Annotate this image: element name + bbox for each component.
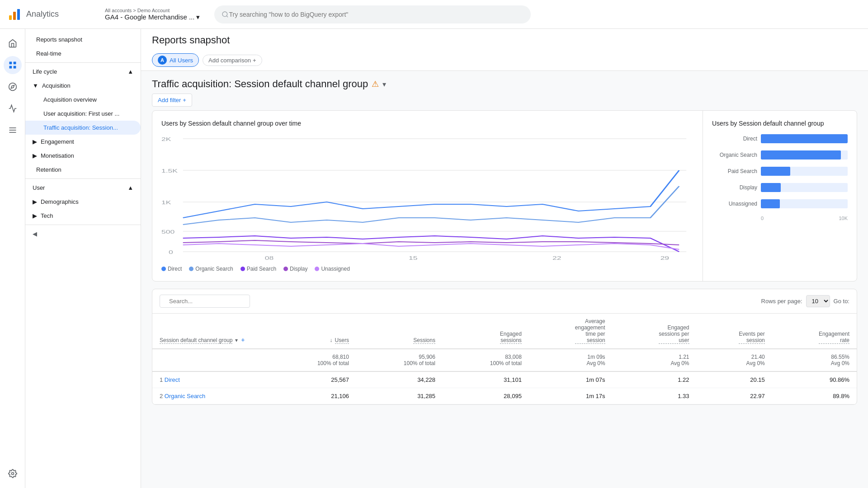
collapse-icon: ▲: [127, 68, 133, 75]
svg-rect-8: [9, 66, 12, 69]
bar-chart-container: Direct Organic Search Paid Search: [712, 134, 848, 221]
sidebar-engagement-group[interactable]: ▶ Engagement: [25, 135, 141, 149]
chip-avatar: A: [158, 56, 167, 65]
col-engaged-sessions: Engagedsessions: [443, 314, 529, 349]
main-layout: Reports snapshot Real-time Life cycle ▲ …: [0, 29, 868, 488]
svg-line-4: [227, 16, 228, 17]
nav-home[interactable]: [4, 34, 22, 52]
filter-bar: A All Users Add comparison +: [152, 50, 857, 70]
col-engagement-rate: Engagementrate: [772, 314, 857, 349]
sidebar-acquisition-group[interactable]: ▼ Acquisition: [25, 79, 141, 93]
sidebar-lifecycle-header[interactable]: Life cycle ▲: [25, 65, 141, 79]
monetisation-expand-icon: ▶: [33, 152, 37, 159]
svg-rect-0: [9, 15, 12, 20]
svg-text:08: 08: [265, 255, 274, 261]
table-row: 1 Direct 25,567 34,228 31,101 1m 07s 1.2…: [152, 371, 857, 388]
search-icon: [222, 11, 229, 18]
account-selector[interactable]: All accounts > Demo Account GA4 - Google…: [105, 8, 200, 21]
content-area: Reports snapshot A All Users Add compari…: [141, 29, 868, 488]
sidebar: Reports snapshot Real-time Life cycle ▲ …: [25, 29, 141, 488]
sidebar-collapse-btn[interactable]: ◀: [25, 227, 141, 241]
data-table: Session default channel group ▾ + ↓ User…: [152, 314, 857, 404]
legend-direct: Direct: [161, 266, 182, 272]
add-dimension-btn[interactable]: +: [241, 336, 245, 343]
nav-advertising[interactable]: [4, 99, 22, 117]
filter-plus-icon: +: [183, 97, 186, 103]
bar-chart-area: Users by Session default channel group D…: [703, 111, 857, 281]
dropdown-arrow[interactable]: ▾: [196, 13, 200, 21]
legend-display: Display: [283, 266, 307, 272]
table-search[interactable]: [160, 295, 250, 308]
svg-text:29: 29: [660, 255, 669, 261]
bar-row-unassigned: Unassigned: [712, 199, 848, 208]
dim-dropdown-icon[interactable]: ▾: [235, 337, 238, 343]
table-search-input[interactable]: [169, 298, 245, 305]
warning-icon: ⚠: [372, 79, 379, 89]
left-nav: [0, 29, 25, 488]
all-users-chip[interactable]: A All Users: [152, 53, 199, 67]
user-collapse-icon: ▲: [127, 184, 133, 191]
breadcrumb: All accounts > Demo Account: [105, 8, 200, 13]
svg-text:0: 0: [169, 249, 173, 255]
col-avg-time: Averageengagementtime persession: [529, 314, 613, 349]
bar-chart-title: Users by Session default channel group: [712, 120, 848, 127]
sort-icon: ↓: [330, 337, 332, 343]
legend-unassigned: Unassigned: [315, 266, 349, 272]
svg-rect-7: [13, 66, 16, 69]
title-dropdown[interactable]: ▾: [382, 80, 386, 89]
account-name[interactable]: GA4 - Google Merchandise ... ▾: [105, 13, 200, 21]
sidebar-item-retention[interactable]: Retention: [25, 163, 141, 177]
add-filter-btn[interactable]: Add filter +: [152, 94, 192, 107]
bar-row-direct: Direct: [712, 134, 848, 143]
col-users: ↓ Users: [270, 314, 356, 349]
nav-reports[interactable]: [4, 56, 22, 74]
add-comparison-btn[interactable]: Add comparison +: [203, 55, 262, 66]
search-bar[interactable]: [214, 5, 531, 23]
add-icon: +: [253, 57, 256, 64]
charts-section: Users by Session default channel group o…: [152, 110, 857, 282]
channel-link-organic[interactable]: Organic Search: [165, 393, 205, 399]
bar-x-axis: 0 10K: [712, 216, 848, 221]
svg-text:1K: 1K: [161, 200, 171, 205]
line-chart-title: Users by Session default channel group o…: [161, 120, 693, 127]
sidebar-user-header[interactable]: User ▲: [25, 181, 141, 195]
nav-configure[interactable]: [4, 121, 22, 139]
svg-rect-2: [17, 9, 20, 20]
sidebar-item-user-acquisition[interactable]: User acquisition: First user ...: [25, 107, 141, 121]
svg-marker-10: [11, 85, 14, 88]
sidebar-tech-group[interactable]: ▶ Tech: [25, 209, 141, 223]
nav-explore[interactable]: [4, 78, 22, 96]
svg-point-14: [11, 473, 14, 475]
col-engaged-per-user: Engagedsessions peruser: [613, 314, 697, 349]
svg-rect-6: [13, 62, 16, 65]
sidebar-item-reports-snapshot[interactable]: Reports snapshot: [25, 33, 141, 47]
sidebar-item-realtime[interactable]: Real-time: [25, 47, 141, 61]
channel-link-direct[interactable]: Direct: [165, 376, 180, 383]
bar-row-display: Display: [712, 183, 848, 192]
sidebar-demographics-group[interactable]: ▶ Demographics: [25, 195, 141, 209]
tech-expand-icon: ▶: [33, 212, 37, 219]
page-title: Traffic acquisition: Session default cha…: [152, 78, 368, 90]
page-title-area: Traffic acquisition: Session default cha…: [141, 71, 868, 110]
bar-row-paid: Paid Search: [712, 167, 848, 176]
page-title-row: Traffic acquisition: Session default cha…: [152, 78, 857, 90]
nav-settings[interactable]: [4, 465, 22, 483]
legend-organic: Organic Search: [189, 266, 233, 272]
sidebar-item-acquisition-overview[interactable]: Acquisition overview: [25, 93, 141, 107]
svg-rect-1: [13, 12, 16, 20]
rows-per-page-select[interactable]: 10 25 50: [806, 295, 830, 307]
svg-text:1.5K: 1.5K: [161, 168, 178, 174]
svg-point-3: [222, 12, 227, 17]
search-input[interactable]: [229, 11, 524, 18]
rows-per-page: Rows per page: 10 25 50 Go to:: [761, 295, 849, 307]
top-header: Analytics All accounts > Demo Account GA…: [0, 0, 868, 29]
svg-text:2K: 2K: [161, 136, 171, 142]
table-row: 2 Organic Search 21,106 31,285 28,095 1m…: [152, 388, 857, 404]
analytics-logo: [7, 7, 22, 22]
demographics-expand-icon: ▶: [33, 198, 37, 205]
legend-paid: Paid Search: [241, 266, 276, 272]
sidebar-item-traffic-acquisition[interactable]: Traffic acquisition: Session...: [25, 121, 141, 135]
sidebar-monetisation-group[interactable]: ▶ Monetisation: [25, 149, 141, 163]
app-title: Analytics: [26, 9, 59, 19]
svg-point-9: [9, 83, 16, 91]
